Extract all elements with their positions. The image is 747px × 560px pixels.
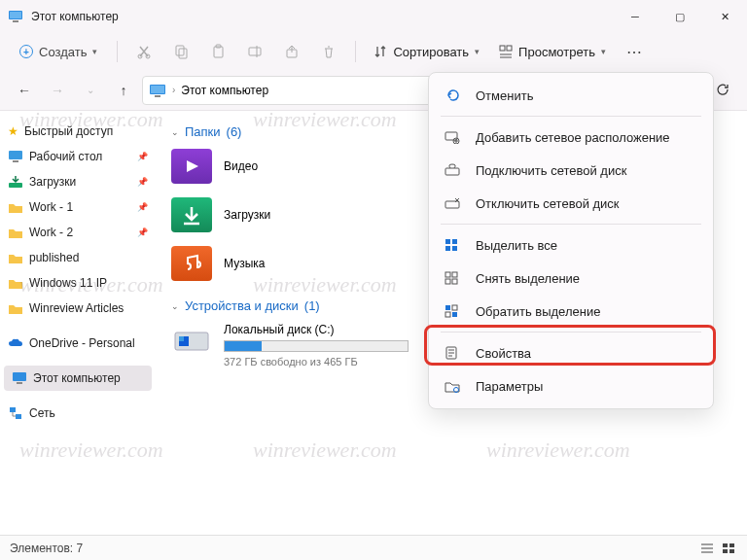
separator — [355, 41, 356, 62]
delete-button[interactable] — [312, 37, 345, 66]
rename-button[interactable] — [238, 37, 271, 66]
sort-button[interactable]: Сортировать ▾ — [366, 41, 487, 63]
tiles-view-button[interactable] — [720, 541, 737, 556]
folder-icon — [8, 252, 23, 264]
recent-button[interactable]: ⌄ — [76, 76, 105, 105]
sidebar-item-thispc[interactable]: Этот компьютер — [4, 366, 152, 391]
svg-rect-47 — [452, 246, 457, 251]
svg-rect-44 — [445, 239, 450, 244]
svg-rect-38 — [445, 132, 457, 140]
drive-name: Локальный диск (C:) — [224, 323, 409, 336]
svg-rect-23 — [17, 382, 22, 384]
folder-item-videos[interactable]: Видео — [171, 149, 414, 184]
minimize-button[interactable]: ─ — [613, 0, 658, 33]
sidebar-item-label: Быстрый доступ — [24, 124, 113, 138]
pin-icon: 📌 — [137, 228, 148, 237]
music-folder-icon — [171, 246, 212, 281]
svg-rect-5 — [176, 46, 184, 55]
forward-button[interactable]: → — [43, 76, 72, 105]
svg-rect-49 — [452, 272, 457, 277]
sort-label: Сортировать — [393, 45, 469, 59]
folder-icon — [8, 201, 23, 214]
chevron-down-icon: ⌄ — [171, 127, 179, 137]
menu-item-undo[interactable]: Отменить — [435, 79, 707, 112]
menu-item-label: Подключить сетевой диск — [476, 163, 626, 178]
maximize-button[interactable]: ▢ — [658, 0, 702, 33]
select-all-icon — [445, 238, 462, 252]
view-button[interactable]: Просмотреть ▾ — [491, 41, 614, 63]
menu-item-map-drive[interactable]: Подключить сетевой диск — [435, 154, 707, 187]
sidebar-item-network[interactable]: Сеть — [0, 401, 156, 426]
sidebar-item-folder[interactable]: Winreview Articles — [0, 296, 156, 321]
videos-folder-icon — [171, 149, 212, 184]
sidebar: ★ Быстрый доступ Рабочий стол 📌 Загрузки… — [0, 111, 156, 535]
sidebar-item-folder[interactable]: Windows 11 IP — [0, 270, 156, 296]
network-icon — [8, 406, 23, 420]
close-button[interactable]: ✕ — [702, 0, 747, 33]
menu-item-select-none[interactable]: Снять выделение — [435, 262, 707, 295]
menu-item-invert-selection[interactable]: Обратить выделение — [435, 295, 707, 328]
back-button[interactable]: ← — [10, 76, 39, 105]
menu-item-disconnect-drive[interactable]: Отключить сетевой диск — [435, 187, 707, 220]
more-button[interactable]: ⋯ — [618, 37, 651, 66]
svg-rect-55 — [452, 312, 457, 317]
svg-rect-2 — [13, 20, 18, 22]
sidebar-item-label: OneDrive - Personal — [29, 336, 135, 350]
pin-icon: 📌 — [137, 177, 148, 187]
group-title: Устройства и диски — [185, 298, 299, 313]
sidebar-item-folder[interactable]: Work - 1 📌 — [0, 194, 156, 220]
copy-button[interactable] — [164, 37, 197, 66]
folder-item-music[interactable]: Музыка — [171, 246, 414, 281]
menu-item-label: Параметры — [476, 379, 543, 394]
share-button[interactable] — [275, 37, 308, 66]
sidebar-item-label: Work - 2 — [29, 226, 73, 239]
sidebar-item-label: Сеть — [29, 406, 55, 420]
svg-rect-17 — [151, 86, 164, 93]
menu-item-select-all[interactable]: Выделить все — [435, 228, 707, 262]
sidebar-item-onedrive[interactable]: OneDrive - Personal — [0, 331, 156, 356]
sidebar-item-quickaccess[interactable]: ★ Быстрый доступ — [0, 119, 156, 144]
sidebar-item-label: Windows 11 IP — [29, 276, 107, 290]
menu-item-add-netloc[interactable]: Добавить сетевое расположение — [435, 121, 707, 154]
menu-item-properties[interactable]: Свойства — [435, 336, 707, 369]
sidebar-item-folder[interactable]: Work - 2 📌 — [0, 220, 156, 245]
svg-rect-50 — [445, 279, 450, 284]
svg-rect-24 — [10, 407, 16, 412]
svg-rect-20 — [13, 160, 18, 162]
menu-item-label: Обратить выделение — [476, 304, 600, 319]
menu-item-options[interactable]: Параметры — [435, 369, 707, 402]
sidebar-item-downloads[interactable]: Загрузки 📌 — [0, 169, 156, 194]
paste-button[interactable] — [201, 37, 234, 66]
svg-rect-35 — [729, 543, 734, 547]
sidebar-item-label: Загрузки — [29, 175, 76, 189]
svg-rect-18 — [155, 95, 160, 97]
view-label: Просмотреть — [518, 45, 595, 59]
folder-item-downloads[interactable]: Загрузки — [171, 197, 414, 232]
cut-button[interactable] — [127, 37, 160, 66]
sidebar-item-label: Winreview Articles — [29, 301, 124, 315]
chevron-down-icon: ▾ — [601, 47, 606, 56]
sort-icon — [374, 45, 387, 58]
sidebar-item-desktop[interactable]: Рабочий стол 📌 — [0, 144, 156, 169]
new-button[interactable]: + Создать ▾ — [10, 41, 107, 63]
details-view-button[interactable] — [698, 541, 716, 556]
svg-rect-22 — [13, 372, 26, 381]
svg-rect-41 — [445, 201, 459, 208]
sidebar-item-label: Рабочий стол — [29, 150, 102, 163]
status-bar: Элементов: 7 — [0, 535, 747, 560]
menu-item-label: Отменить — [476, 88, 533, 103]
sidebar-item-folder[interactable]: published — [0, 245, 156, 270]
menu-item-label: Снять выделение — [476, 271, 580, 286]
breadcrumb-segment[interactable]: Этот компьютер — [181, 84, 268, 97]
svg-rect-45 — [452, 239, 457, 244]
svg-rect-6 — [179, 49, 187, 58]
title-bar: Этот компьютер ─ ▢ ✕ — [0, 0, 747, 33]
drive-free-text: 372 ГБ свободно из 465 ГБ — [224, 356, 409, 368]
select-none-icon — [445, 271, 462, 285]
menu-separator — [441, 332, 701, 332]
up-button[interactable]: ↑ — [109, 76, 138, 105]
undo-icon — [445, 88, 462, 103]
pin-icon: 📌 — [137, 202, 148, 212]
group-count: (6) — [227, 124, 242, 139]
downloads-folder-icon — [171, 197, 212, 232]
